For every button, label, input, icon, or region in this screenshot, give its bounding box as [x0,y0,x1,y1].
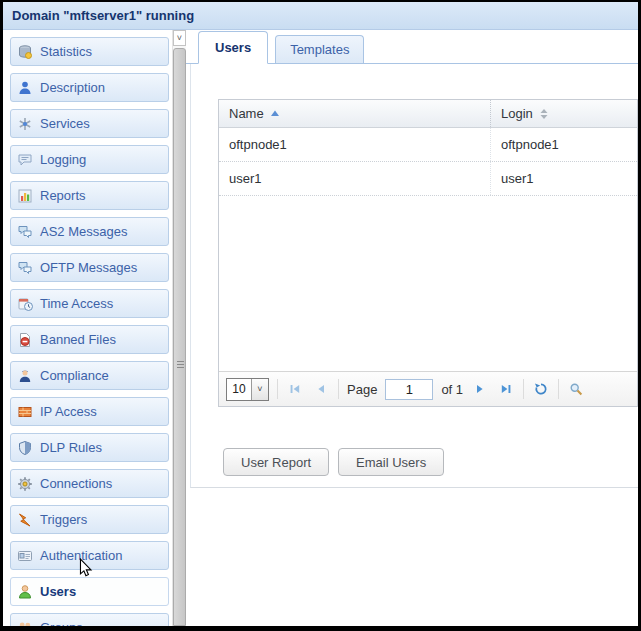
next-page-button[interactable] [471,380,489,398]
sidebar-item-description[interactable]: Description [10,73,169,102]
user-report-button[interactable]: User Report [223,448,329,476]
column-label: Login [501,106,533,121]
sidebar-item-label: Time Access [40,296,113,311]
reports-icon [17,188,33,204]
sidebar-item-label: Reports [40,188,86,203]
previous-page-icon [314,382,328,396]
page-size-select[interactable]: 10 ˅ [226,378,269,401]
sidebar-item-label: Connections [40,476,112,491]
sidebar-item-reports[interactable]: Reports [10,181,169,210]
sidebar-scrollbar[interactable]: ˅ [172,30,186,626]
domain-title-bar: Domain "mftserver1" running [3,2,638,30]
sort-both-icon [539,108,549,120]
banned-files-icon [17,332,33,348]
email-users-button[interactable]: Email Users [338,448,444,476]
sidebar-item-logging[interactable]: Logging [10,145,169,174]
sidebar-item-banned-files[interactable]: Banned Files [10,325,169,354]
table-body: oftpnode1oftpnode1user1user1 [219,128,637,196]
refresh-icon [534,382,548,396]
chevron-down-icon: ˅ [251,379,268,400]
sidebar-item-label: Description [40,80,105,95]
sidebar-item-label: Triggers [40,512,87,527]
scrollbar-grip-icon [177,361,184,370]
sidebar-item-users[interactable]: Users [10,577,169,606]
pagination-bar: 10 ˅ Page [219,371,637,406]
search-icon [569,382,583,396]
column-header-login[interactable]: Login [490,100,637,127]
sidebar-item-label: Compliance [40,368,109,383]
search-button[interactable] [567,380,585,398]
connections-icon [17,476,33,492]
last-page-button[interactable] [497,380,515,398]
action-button-row: User ReportEmail Users [218,448,638,476]
sidebar-item-label: Groups [40,620,83,626]
table-empty-space [219,196,637,371]
previous-page-button[interactable] [312,380,330,398]
tab-users[interactable]: Users [198,31,268,64]
sort-ascending-icon [270,109,280,118]
next-page-icon [473,382,487,396]
page-size-value: 10 [227,379,251,400]
app-window: Domain "mftserver1" running StatisticsDe… [0,0,641,631]
compliance-icon [17,368,33,384]
logging-icon [17,152,33,168]
cell-login: user1 [490,162,637,195]
table-row[interactable]: user1user1 [219,162,637,196]
sidebar-item-compliance[interactable]: Compliance [10,361,169,390]
sidebar-item-time-access[interactable]: Time Access [10,289,169,318]
table-header-row: NameLogin [219,100,637,128]
sidebar-item-label: Users [40,584,76,599]
scroll-up-button[interactable]: ˅ [173,30,186,46]
users-table: NameLogin oftpnode1oftpnode1user1user1 1… [218,99,638,407]
sidebar-item-groups[interactable]: Groups [10,613,169,626]
sidebar-item-as2-messages[interactable]: AS2 Messages [10,217,169,246]
sidebar-item-label: DLP Rules [40,440,102,455]
column-label: Name [229,106,264,121]
authentication-icon [17,548,33,564]
time-access-icon [17,296,33,312]
last-page-icon [499,382,513,396]
sidebar-item-dlp-rules[interactable]: DLP Rules [10,433,169,462]
sidebar-item-label: Authentication [40,548,122,563]
services-icon [17,116,33,132]
sidebar-item-label: Logging [40,152,86,167]
refresh-button[interactable] [532,380,550,398]
sidebar-item-oftp-messages[interactable]: OFTP Messages [10,253,169,282]
column-header-name[interactable]: Name [219,100,490,127]
ip-access-icon [17,404,33,420]
sidebar-item-label: AS2 Messages [40,224,127,239]
oftp-messages-icon [17,260,33,276]
groups-icon [17,620,33,627]
first-page-icon [288,382,302,396]
scrollbar-thumb[interactable] [173,48,186,626]
sidebar-item-connections[interactable]: Connections [10,469,169,498]
first-page-button[interactable] [286,380,304,398]
sidebar-item-label: Services [40,116,90,131]
sidebar-item-ip-access[interactable]: IP Access [10,397,169,426]
sidebar-item-authentication[interactable]: Authentication [10,541,169,570]
admin-ui: Domain "mftserver1" running StatisticsDe… [3,2,638,626]
cell-name: user1 [219,162,490,195]
table-row[interactable]: oftpnode1oftpnode1 [219,128,637,162]
triggers-icon [17,512,33,528]
tab-templates[interactable]: Templates [275,35,364,63]
sidebar-item-statistics[interactable]: Statistics [10,37,169,66]
page-title: Domain "mftserver1" running [12,8,194,23]
cell-login: oftpnode1 [490,128,637,161]
sidebar-nav: StatisticsDescriptionServicesLoggingRepo… [3,30,172,626]
main-content: UsersTemplates NameLogin oftpnode1oftpno… [186,30,638,626]
sidebar-item-label: IP Access [40,404,97,419]
as2-messages-icon [17,224,33,240]
sidebar-item-triggers[interactable]: Triggers [10,505,169,534]
page-label: Page [347,382,377,397]
page-number-input[interactable] [385,379,433,400]
sidebar-item-services[interactable]: Services [10,109,169,138]
description-icon [17,80,33,96]
tab-strip: UsersTemplates [186,30,638,64]
dlp-rules-icon [17,440,33,456]
sidebar-item-label: Banned Files [40,332,116,347]
sidebar-item-label: Statistics [40,44,92,59]
sidebar-item-label: OFTP Messages [40,260,137,275]
cell-name: oftpnode1 [219,128,490,161]
users-icon [17,584,33,600]
